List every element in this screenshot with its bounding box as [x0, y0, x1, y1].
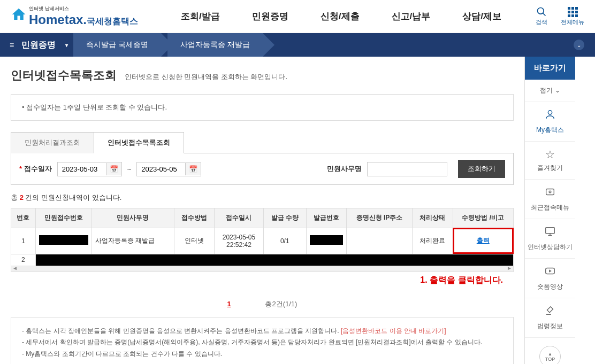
svg-rect-3 [546, 189, 554, 195]
sidebar-item-label: My홈택스 [536, 126, 564, 134]
col-datetime: 접수일시 [214, 208, 263, 228]
cell-method: 인터넷 [174, 228, 214, 254]
sidebar-item-favorite[interactable]: ☆ 즐겨찾기 [525, 142, 575, 180]
table-header-row: 번호 민원접수번호 민원사무명 접수방법 접수일시 발급 수량 발급번호 증명신… [11, 208, 514, 228]
scroll-top-button[interactable]: TOP [539, 346, 561, 364]
sidebar-item-collapse[interactable]: 접기 ⌄ [525, 80, 575, 102]
breadcrumb-current-label: 민원증명 [21, 40, 56, 51]
date-to-wrap: 📅 [136, 162, 201, 176]
svg-point-2 [548, 111, 552, 114]
annotation-text: 1. 출력을 클릭합니다. [11, 272, 514, 291]
name-input[interactable] [367, 162, 447, 176]
breadcrumb: 민원증명 즉시발급 국세증명 사업자등록증 재발급 ⌄ [0, 33, 595, 57]
allmenu-label: 전체메뉴 [561, 18, 584, 26]
search-button[interactable]: 조회하기 [458, 160, 505, 178]
cell-datetime: 2023-05-05 22:52:42 [214, 228, 263, 254]
note-line-1: - 홈택스는 시각 장애인분들을 위해 민원증명을 음성으로 변환시켜주는 음성… [22, 326, 502, 337]
page-number[interactable]: 1 [227, 300, 231, 308]
col-action: 수령방법 /비고 [453, 208, 513, 228]
date-from-wrap: 📅 [57, 162, 122, 176]
monitor-icon [528, 226, 573, 240]
sidebar-title: 바로가기 [525, 57, 575, 80]
gavel-icon [528, 305, 573, 319]
logo-sub: 국세청홈택스 [87, 17, 138, 26]
tabs: 민원처리결과조회 인터넷접수목록조회 [11, 131, 514, 153]
col-ip: 증명신청 IP주소 [346, 208, 412, 228]
nav-item-lookup[interactable]: 조회/발급 [181, 10, 220, 22]
notes-box: - 홈택스는 시각 장애인분들을 위해 민원증명을 음성으로 변환시켜주는 음성… [11, 317, 514, 364]
col-method: 접수방법 [174, 208, 214, 228]
result-count: 총 2 건의 민원신청내역이 있습니다. [11, 193, 514, 203]
svg-point-0 [538, 8, 544, 14]
sidebar-item-label: 접기 ⌄ [540, 87, 560, 94]
date-label: 접수일자 [19, 164, 52, 174]
nav-item-report[interactable]: 신고/납부 [392, 10, 431, 22]
cell-action: 출력 [453, 228, 513, 254]
sidebar-item-consult[interactable]: 인터넷상담하기 [525, 219, 575, 259]
page-desc: 인터넷으로 신청한 민원내역을 조회하는 화면입니다. [125, 72, 287, 82]
cell-name: 사업자등록증 재발급 [91, 228, 174, 254]
breadcrumb-item-1[interactable]: 즉시발급 국세증명 [73, 33, 161, 57]
recent-icon [528, 186, 573, 200]
redacted [39, 235, 88, 245]
col-name: 민원사무명 [91, 208, 174, 228]
search-button[interactable]: 검색 [536, 6, 547, 26]
col-issueno: 발급번호 [306, 208, 346, 228]
breadcrumb-close[interactable]: ⌄ [574, 40, 584, 50]
nav-item-consult[interactable]: 상담/제보 [462, 10, 501, 22]
grid-icon [568, 7, 578, 17]
sidebar: 바로가기 접기 ⌄ My홈택스 ☆ 즐겨찾기 최근접속메뉴 인터넷상담하기 숏폼… [524, 57, 575, 364]
note-line-3: - My홈택스와 조회기간이 다르므로 조회되는 건수가 다를 수 있습니다. [22, 348, 502, 360]
main-content: 인터넷접수목록조회 인터넷으로 신청한 민원내역을 조회하는 화면입니다. 접수… [0, 57, 524, 364]
nav-menu: 조회/발급 민원증명 신청/제출 신고/납부 상담/제보 [181, 10, 536, 22]
nav-item-apply[interactable]: 신청/제출 [321, 10, 360, 22]
date-from-input[interactable] [58, 162, 106, 176]
sidebar-item-label: 최근접속메뉴 [531, 204, 569, 211]
sidebar-item-shortform[interactable]: 숏폼영상 [525, 259, 575, 298]
col-recvno: 민원접수번호 [35, 208, 91, 228]
breadcrumb-dropdown[interactable]: 민원증명 [0, 33, 73, 57]
info-box: 접수일자는 1주일 단위로 조회할 수 있습니다. [11, 94, 514, 121]
sidebar-item-law[interactable]: 법령정보 [525, 298, 575, 338]
note-line-2: - 세무서에서 확인하며 발급하는 증명(납세증명서(해외이주용), 사실증명,… [22, 337, 502, 348]
top-label: TOP [545, 357, 555, 362]
header: 인터넷 납세서비스 Hometax.국세청홈택스 조회/발급 민원증명 신청/제… [0, 0, 595, 33]
page-title: 인터넷접수목록조회 [11, 67, 117, 83]
sidebar-item-recent[interactable]: 최근접속메뉴 [525, 180, 575, 219]
result-table: 번호 민원접수번호 민원사무명 접수방법 접수일시 발급 수량 발급번호 증명신… [11, 208, 514, 266]
nav-item-cert[interactable]: 민원증명 [252, 10, 288, 22]
breadcrumb-item-2[interactable]: 사업자등록증 재발급 [167, 33, 263, 57]
col-no: 번호 [11, 208, 36, 228]
horizontal-scrollbar[interactable] [11, 266, 514, 272]
sidebar-item-label: 숏폼영상 [537, 283, 563, 290]
sidebar-item-label: 인터넷상담하기 [528, 243, 573, 251]
home-icon [11, 6, 27, 26]
redacted [310, 235, 343, 245]
calendar-icon[interactable]: 📅 [185, 163, 201, 175]
play-icon [528, 265, 573, 280]
svg-point-4 [549, 191, 551, 193]
cell-no: 1 [11, 228, 36, 254]
date-to-input[interactable] [137, 162, 185, 176]
star-icon: ☆ [528, 148, 573, 161]
cell-recvno [35, 228, 91, 254]
header-icons: 검색 전체메뉴 [536, 6, 584, 26]
sidebar-item-myhometax[interactable]: My홈택스 [525, 102, 575, 142]
calendar-icon[interactable]: 📅 [106, 163, 121, 175]
person-icon [528, 109, 573, 123]
cell-qty: 0/1 [263, 228, 306, 254]
svg-line-1 [543, 13, 546, 16]
logo[interactable]: 인터넷 납세서비스 Hometax.국세청홈택스 [11, 5, 138, 27]
tab-result[interactable]: 민원처리결과조회 [11, 132, 94, 153]
page-header: 인터넷접수목록조회 인터넷으로 신청한 민원내역을 조회하는 화면입니다. [11, 67, 514, 83]
output-link[interactable]: 출력 [477, 237, 490, 244]
tab-internet[interactable]: 인터넷접수목록조회 [94, 132, 184, 153]
sidebar-item-label: 즐겨찾기 [537, 164, 563, 172]
search-label: 검색 [536, 18, 547, 26]
col-status: 처리상태 [413, 208, 453, 228]
page-info: 총2건(1/1) [265, 300, 297, 308]
allmenu-button[interactable]: 전체메뉴 [561, 7, 584, 26]
voice-barcode-link[interactable]: [음성변환바코드 이용 안내 바로가기] [341, 327, 446, 335]
search-form: 접수일자 📅 ~ 📅 민원사무명 조회하기 [11, 153, 514, 185]
redacted-row [35, 254, 513, 266]
